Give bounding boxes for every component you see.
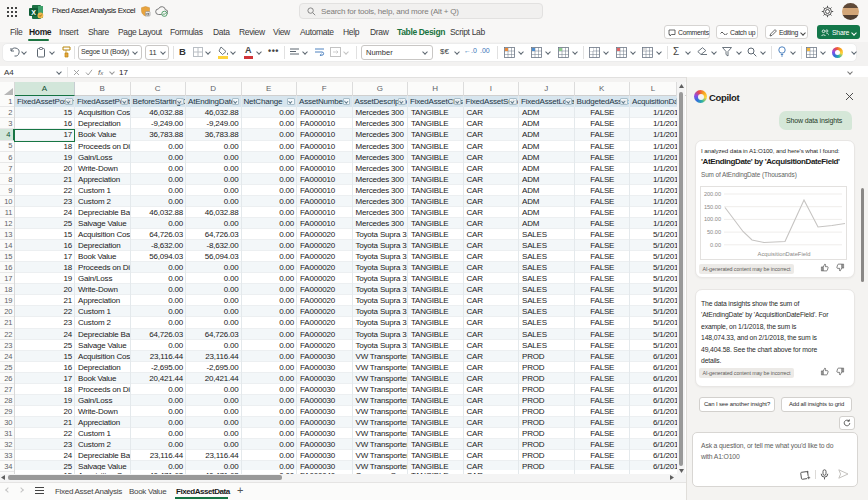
svg-text:200.00: 200.00: [704, 191, 721, 197]
svg-text:0.00: 0.00: [710, 242, 721, 248]
svg-text:150.00: 150.00: [704, 204, 721, 210]
svg-text:AcquisitionDateField: AcquisitionDateField: [758, 251, 811, 257]
svg-text:100.00: 100.00: [704, 216, 721, 222]
svg-text:50.00: 50.00: [707, 229, 721, 235]
svg-text:X: X: [31, 9, 36, 16]
